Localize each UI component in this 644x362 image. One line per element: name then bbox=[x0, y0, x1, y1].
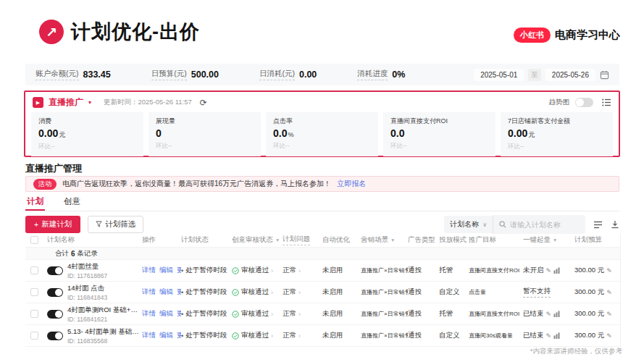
cell-delivery-mode: 托管 bbox=[439, 309, 469, 319]
caret-down-icon[interactable]: ▾ bbox=[88, 99, 91, 106]
col-plan-budget: 计划预算 bbox=[574, 235, 621, 245]
download-icon[interactable] bbox=[611, 220, 619, 229]
row-checkbox[interactable] bbox=[30, 332, 38, 340]
row-checkbox[interactable] bbox=[30, 266, 38, 274]
chevron-right-icon[interactable]: › bbox=[271, 267, 273, 274]
page-title: 计划优化-出价 bbox=[71, 19, 200, 45]
edit-link[interactable]: 编辑 bbox=[159, 266, 173, 275]
plan-issue[interactable]: 正常 bbox=[283, 287, 296, 297]
plan-name[interactable]: 4封面单测ROI 基础+家居 bbox=[67, 306, 139, 315]
plan-budget: 300.00 元 bbox=[574, 266, 604, 275]
tab-plans[interactable]: 计划 bbox=[25, 196, 45, 211]
col-audit-status: 创意审核状态▼ bbox=[232, 235, 283, 245]
cell-delivery-mode: 托管 bbox=[439, 266, 469, 275]
col-marketing-scene: 营销场景▼ bbox=[361, 235, 408, 245]
filter-icon[interactable]: ▼ bbox=[275, 237, 280, 243]
audit-status[interactable]: 审核通过 bbox=[241, 331, 269, 340]
boost-status: 未开启 bbox=[523, 266, 544, 275]
edit-link[interactable]: 编辑 bbox=[159, 309, 173, 319]
status-dot-icon: • bbox=[181, 332, 183, 340]
column-settings-icon[interactable] bbox=[593, 221, 603, 229]
overview-header: ▶ 直播推广 ▾ 更新时间：2025-05-26 11:57 ⟳ 趋势图 bbox=[25, 92, 619, 112]
col-actions: 操作 bbox=[142, 235, 181, 245]
chevron-right-icon[interactable]: › bbox=[298, 289, 301, 296]
date-end-input[interactable]: 2025-05-26 bbox=[545, 69, 595, 81]
auto-optimization: 未启用 bbox=[322, 287, 343, 297]
stat-label: 账户余额(元) bbox=[35, 69, 79, 80]
detail-link[interactable]: 详情 bbox=[142, 331, 156, 340]
chart-icon[interactable] bbox=[553, 267, 560, 274]
plan-name-block: 4封面单测ROI 基础+家居ID: 116841621 bbox=[67, 306, 139, 323]
chevron-right-icon[interactable]: › bbox=[271, 289, 273, 296]
filter-icon[interactable]: ▼ bbox=[390, 237, 395, 243]
plan-enable-toggle[interactable] bbox=[47, 310, 63, 319]
new-plan-button[interactable]: + 新建计划 bbox=[25, 216, 80, 233]
chevron-right-icon[interactable]: › bbox=[298, 311, 301, 318]
table-view-icon[interactable] bbox=[602, 98, 611, 106]
edit-icon[interactable]: ✎ bbox=[606, 332, 612, 340]
audit-status[interactable]: 审核通过 bbox=[241, 266, 269, 275]
audit-status[interactable]: 审核通过 bbox=[241, 309, 269, 319]
trend-chart-toggle[interactable] bbox=[575, 98, 593, 107]
plan-enable-toggle[interactable] bbox=[47, 332, 63, 340]
plan-filter-button[interactable]: 计划筛选 bbox=[88, 216, 143, 233]
cell-delivery-mode: 自定义 bbox=[439, 287, 469, 297]
edit-icon[interactable]: ✎ bbox=[546, 267, 552, 274]
plan-name[interactable]: 4封面丝量 bbox=[67, 262, 107, 272]
search-input[interactable] bbox=[510, 221, 580, 229]
metric-card-spend: 消费 0.00元 环比-- bbox=[31, 112, 143, 156]
cell-select bbox=[25, 266, 47, 274]
marketing-scene: 直播推广×日常销售 bbox=[361, 266, 408, 274]
filter-icon[interactable]: ▼ bbox=[553, 237, 557, 243]
chevron-right-icon[interactable]: › bbox=[298, 267, 301, 274]
live-icon: ▶ bbox=[33, 97, 43, 108]
audit-status[interactable]: 审核通过 bbox=[241, 287, 269, 297]
row-checkbox[interactable] bbox=[30, 310, 38, 318]
detail-link[interactable]: 详情 bbox=[142, 266, 156, 275]
chart-icon[interactable] bbox=[553, 332, 560, 339]
ad-type: 通投 bbox=[408, 331, 422, 340]
edit-icon[interactable]: ✎ bbox=[606, 311, 612, 318]
edit-link[interactable]: 编辑 bbox=[159, 287, 173, 297]
chevron-right-icon[interactable]: › bbox=[271, 311, 273, 318]
plan-name[interactable]: 5.13- 4封面单测 基础+家居_20250... bbox=[67, 327, 139, 337]
chart-icon[interactable] bbox=[553, 311, 560, 317]
detail-link[interactable]: 详情 bbox=[142, 287, 156, 297]
edit-icon[interactable]: ✎ bbox=[606, 267, 612, 274]
chevron-right-icon[interactable]: › bbox=[298, 332, 301, 340]
tab-creatives[interactable]: 创意 bbox=[62, 196, 82, 211]
section-title: 直播推广管理 bbox=[25, 162, 82, 175]
detail-link[interactable]: 详情 bbox=[142, 309, 156, 319]
plan-issue[interactable]: 正常 bbox=[283, 331, 296, 340]
table-row: 4封面丝量ID: 117618867详情编辑更多•处于暂停时段审核通过›正常›未… bbox=[25, 260, 621, 282]
plan-issue[interactable]: 正常 bbox=[283, 309, 296, 319]
date-start-input[interactable]: 2025-05-01 bbox=[474, 69, 524, 81]
refresh-icon[interactable]: ⟳ bbox=[200, 98, 207, 108]
channel-selector[interactable]: 直播推广 bbox=[49, 96, 83, 109]
account-balance: 账户余额(元) 833.45 bbox=[35, 69, 111, 80]
plan-enable-toggle[interactable] bbox=[47, 266, 63, 275]
chevron-right-icon[interactable]: › bbox=[271, 332, 273, 340]
plan-enable-toggle[interactable] bbox=[47, 288, 63, 297]
edit-icon[interactable]: ✎ bbox=[606, 289, 612, 296]
metric-label: 展现量 bbox=[156, 117, 254, 126]
select-all-checkbox[interactable] bbox=[30, 236, 38, 244]
calendar-icon[interactable] bbox=[600, 70, 609, 80]
cell-one-click-boost: 未开启✎ bbox=[523, 266, 574, 275]
plan-issue[interactable]: 正常 bbox=[283, 266, 296, 275]
search-field-select[interactable]: 计划名称 ∨ bbox=[444, 216, 493, 233]
row-checkbox[interactable] bbox=[30, 288, 38, 296]
edit-icon[interactable]: ✎ bbox=[546, 332, 552, 340]
funnel-icon bbox=[96, 220, 102, 229]
page-header: ↗ 计划优化-出价 bbox=[39, 19, 200, 45]
cell-plan-budget: 300.00 元✎ bbox=[574, 331, 621, 340]
metric-value: 0.0 bbox=[390, 127, 488, 139]
edit-icon[interactable]: ✎ bbox=[546, 311, 552, 318]
activity-badge: 活动 bbox=[33, 179, 57, 190]
signup-link[interactable]: 立即报名 bbox=[337, 179, 366, 189]
metric-compare: 环比-- bbox=[508, 143, 606, 151]
plan-name[interactable]: 14封面 点击 bbox=[67, 284, 107, 293]
marketing-scene: 直播推广×日常销售 bbox=[361, 288, 408, 296]
edit-link[interactable]: 编辑 bbox=[159, 331, 173, 340]
plus-icon: + bbox=[34, 220, 38, 229]
